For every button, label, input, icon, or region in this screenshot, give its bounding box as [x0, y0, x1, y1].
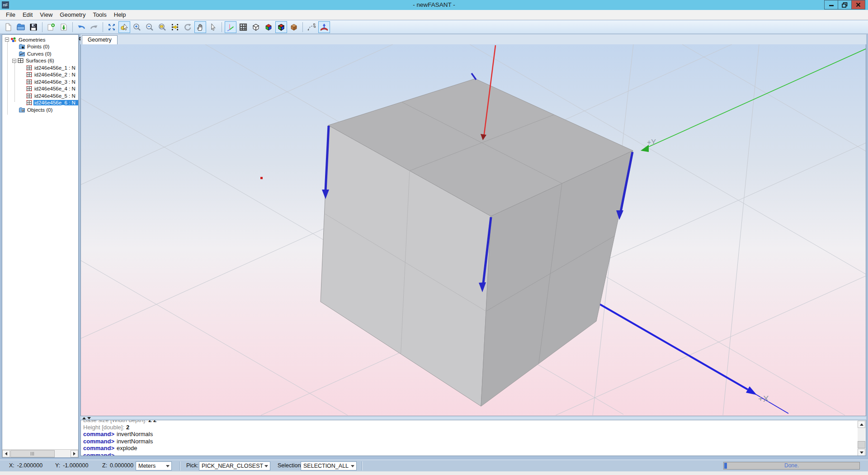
- collapse-expander-icon[interactable]: [12, 59, 16, 63]
- toolbar-separator: [103, 22, 103, 32]
- save-button[interactable]: [28, 21, 39, 33]
- menu-geometry[interactable]: Geometry: [56, 10, 89, 19]
- scrollbar-thumb[interactable]: [10, 450, 55, 457]
- wireframe-view-button[interactable]: [250, 21, 262, 33]
- zoom-in-button[interactable]: [131, 21, 143, 33]
- select-box-button[interactable]: [118, 21, 130, 33]
- show-grid-icon: [239, 23, 248, 32]
- add-item-icon: [47, 23, 56, 32]
- menu-edit[interactable]: Edit: [19, 10, 36, 19]
- tree-item-curves[interactable]: Curves (0): [2, 50, 78, 57]
- scroll-right-button[interactable]: [71, 450, 78, 457]
- zoom-in-icon: [132, 23, 142, 32]
- minimize-icon: [829, 2, 834, 8]
- toolbar-separator: [72, 22, 73, 32]
- invert-normals-tool-button[interactable]: [318, 21, 330, 33]
- toolbar-separator: [302, 22, 303, 32]
- tree-item-surface-3[interactable]: id246e456e_3 : N: [2, 78, 78, 86]
- console-splitter[interactable]: [80, 416, 866, 420]
- selection-label: Selection:: [278, 462, 302, 469]
- chevron-down-icon: [166, 465, 170, 467]
- rotate-view-icon: [183, 23, 192, 32]
- select-box-icon: [120, 23, 129, 32]
- import-button[interactable]: [58, 21, 70, 33]
- geometries-icon: [10, 37, 17, 43]
- undo-button[interactable]: [75, 21, 87, 33]
- menu-help[interactable]: Help: [110, 10, 130, 19]
- cursor-y-readout: Y:-1.000000: [55, 462, 88, 469]
- scrollbar-track[interactable]: [10, 450, 71, 457]
- new-file-button[interactable]: [2, 21, 14, 33]
- swap-selection-icon: [170, 23, 179, 32]
- menu-file[interactable]: File: [2, 10, 19, 19]
- collapse-expander-icon[interactable]: [5, 38, 9, 42]
- command-console[interactable]: Base size [Width depth]:2 2 Height [doub…: [80, 420, 866, 456]
- geometry-tree: Geometries Points (0) Curves (0) Surface…: [2, 36, 78, 114]
- solid-view-button[interactable]: [288, 21, 300, 33]
- scroll-left-button[interactable]: [2, 450, 10, 457]
- axis-y-green: [641, 49, 866, 152]
- surface-item-icon: [26, 71, 33, 78]
- undo-icon: [77, 23, 86, 32]
- add-item-button[interactable]: [45, 21, 57, 33]
- close-button[interactable]: [851, 0, 865, 10]
- shaded-edges-view-button[interactable]: [275, 21, 287, 33]
- scroll-up-button[interactable]: [858, 421, 865, 428]
- zoom-window-button[interactable]: [156, 21, 168, 33]
- pointer-select-button[interactable]: [207, 21, 219, 33]
- rotate-view-button[interactable]: [182, 21, 193, 33]
- viewport-scene: +Y +X: [81, 44, 866, 415]
- open-folder-button[interactable]: [15, 21, 27, 33]
- console-line: Height [double]:2: [83, 424, 866, 431]
- tree-item-surface-1[interactable]: id246e456e_1 : N: [2, 64, 78, 71]
- surface-item-icon: [26, 65, 33, 71]
- progress-bar: Done.: [723, 462, 860, 470]
- pick-mode-dropdown[interactable]: PICK_NEAR_CLOSEST: [199, 461, 270, 470]
- curve-points-tool-button[interactable]: [306, 21, 317, 33]
- viewport-tabbar: Geometry: [80, 34, 866, 44]
- zoom-out-button[interactable]: [144, 21, 156, 33]
- scrollbar-thumb[interactable]: [858, 441, 865, 448]
- tree-item-surface-4[interactable]: id246e456e_4 : N: [2, 86, 78, 93]
- shaded-view-icon: [264, 23, 273, 32]
- tree-item-geometries[interactable]: Geometries: [2, 36, 78, 43]
- save-icon: [29, 23, 38, 32]
- restore-button[interactable]: [838, 0, 852, 10]
- tree-item-surface-6-selected[interactable]: id246e456e_6 : N: [2, 100, 78, 107]
- tree-item-points[interactable]: Points (0): [2, 43, 78, 51]
- tree-item-surface-2[interactable]: id246e456e_2 : N: [2, 71, 78, 79]
- redo-button[interactable]: [88, 21, 100, 33]
- console-prompt-line[interactable]: command>: [83, 452, 866, 456]
- cursor-x-readout: X:-2.000000: [9, 462, 42, 469]
- swap-selection-button[interactable]: [169, 21, 181, 33]
- viewport-3d[interactable]: +Y +X: [80, 44, 866, 416]
- geometry-tree-panel: Geometries Points (0) Curves (0) Surface…: [2, 34, 79, 458]
- show-axes-button[interactable]: [225, 21, 236, 33]
- surface-item-icon: [26, 86, 33, 92]
- console-vertical-scrollbar[interactable]: [858, 421, 865, 456]
- tab-geometry[interactable]: Geometry: [82, 35, 118, 44]
- window-bottom-edge: [0, 471, 868, 475]
- show-grid-button[interactable]: [237, 21, 249, 33]
- minimize-button[interactable]: [824, 0, 838, 10]
- console-line: command>explode: [83, 445, 866, 452]
- selection-mode-dropdown[interactable]: SELECTION_ALL: [301, 461, 357, 470]
- fit-view-button[interactable]: [106, 21, 118, 33]
- surface-item-icon: [26, 100, 33, 106]
- toolbar: [0, 20, 868, 34]
- pan-hand-button[interactable]: [194, 21, 206, 33]
- menu-view[interactable]: View: [36, 10, 56, 19]
- units-dropdown[interactable]: Meters: [136, 461, 172, 470]
- surfaces-grid-icon: [17, 57, 24, 64]
- redo-icon: [90, 23, 99, 32]
- tree-item-objects[interactable]: Objects (0): [2, 106, 78, 114]
- tree-item-surface-5[interactable]: id246e456e_5 : N: [2, 92, 78, 100]
- statusbar: X:-2.000000 Y:-1.000000 Z:0.000000 Meter…: [0, 460, 868, 471]
- menu-tools[interactable]: Tools: [89, 10, 110, 19]
- pointer-select-icon: [208, 23, 217, 32]
- tree-item-surfaces[interactable]: Surfaces (6): [2, 57, 78, 65]
- shaded-view-button[interactable]: [263, 21, 274, 33]
- pick-label: Pick:: [186, 462, 198, 469]
- tree-horizontal-scrollbar[interactable]: [2, 449, 78, 457]
- scroll-down-button[interactable]: [858, 449, 865, 456]
